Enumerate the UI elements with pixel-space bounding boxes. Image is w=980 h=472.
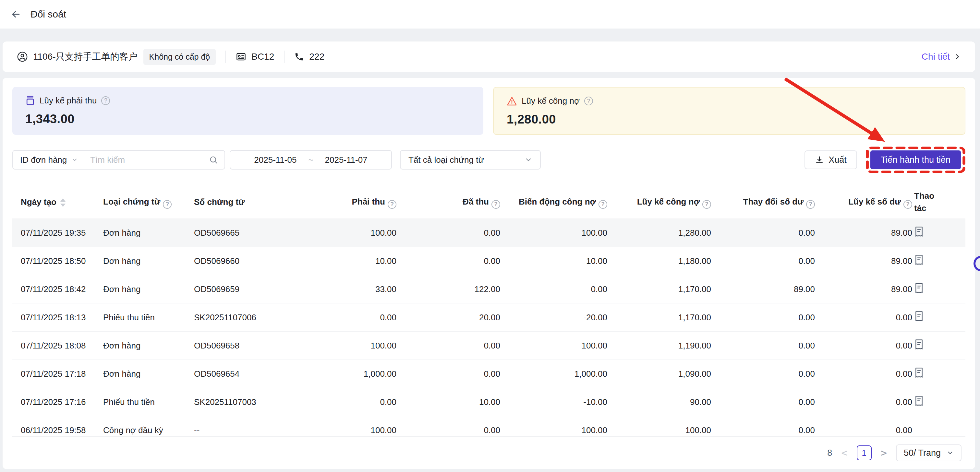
filter-row: ID đơn hàng 2025-11-05 ~ 2025-11-07 Tất … — [12, 147, 966, 173]
debt-label: Lũy kế công nợ — [522, 96, 580, 106]
cell-action — [914, 226, 944, 239]
receipt-icon[interactable] — [914, 311, 924, 322]
cell-debt_total: 1,170.00 — [609, 312, 713, 323]
table-row: 07/11/2025 18:13Phiếu thu tiềnSK20251107… — [12, 303, 966, 331]
cell-receivable: 0.00 — [291, 397, 398, 407]
column-label: Ngày tạo — [21, 197, 56, 207]
page-size-select[interactable]: 50/ Trang — [896, 444, 961, 461]
customer-code: BC12 — [251, 52, 274, 62]
top-bar: Đối soát — [0, 0, 980, 29]
receipt-icon[interactable] — [914, 367, 924, 378]
cell-date: 07/11/2025 17:18 — [12, 369, 103, 379]
cell-balance_total: 0.00 — [817, 341, 914, 351]
receipt-icon[interactable] — [914, 283, 924, 294]
cell-balance_change: 0.00 — [713, 228, 817, 238]
export-button[interactable]: Xuất — [805, 150, 857, 169]
cell-doc_no: OD5069654 — [194, 369, 291, 379]
search-input[interactable] — [84, 155, 209, 165]
cell-balance_change: 89.00 — [713, 284, 817, 295]
customer-phone: 222 — [309, 52, 325, 62]
warning-icon — [507, 96, 517, 106]
download-icon — [815, 155, 824, 164]
chevron-right-icon — [954, 53, 961, 60]
main-card: Lũy kế phải thu ? 1,343.00 Lũy kế công n… — [3, 78, 975, 469]
cell-balance_change: 0.00 — [713, 312, 817, 323]
cell-type: Đơn hàng — [103, 256, 194, 266]
date-to: 2025-11-07 — [325, 155, 368, 165]
column-label: Đã thu — [463, 197, 489, 206]
pagination: 8 < 1 > 50/ Trang — [12, 436, 966, 469]
phone-icon — [294, 52, 304, 62]
search-type-select[interactable]: ID đơn hàng — [13, 155, 84, 165]
cell-action — [914, 311, 944, 324]
cell-balance_change: 0.00 — [713, 397, 817, 407]
back-arrow-icon[interactable] — [10, 9, 21, 20]
column-label: Lũy kế số dư — [848, 197, 901, 206]
total-count: 8 — [827, 448, 832, 458]
receipt-icon[interactable] — [914, 339, 924, 350]
customer-card: 1106-只支持手工单的客户 Không có cấp độ BC12 222 … — [3, 41, 975, 72]
receipt-icon[interactable] — [914, 255, 924, 266]
current-page[interactable]: 1 — [857, 445, 872, 460]
cell-doc_no: OD5069665 — [194, 228, 291, 238]
search-icon[interactable] — [209, 155, 218, 164]
help-icon: ? — [904, 200, 912, 209]
cell-debt_total: 100.00 — [609, 425, 713, 436]
column-header-debt_change: Biến động công nợ? — [502, 196, 609, 209]
customer-info: 1106-只支持手工单的客户 Không có cấp độ BC12 222 — [17, 49, 325, 65]
cell-date: 07/11/2025 18:08 — [12, 341, 103, 351]
help-icon: ? — [584, 97, 593, 105]
detail-link[interactable]: Chi tiết — [922, 52, 961, 62]
cell-balance_total: 0.00 — [817, 425, 914, 436]
column-header-type: Loại chứng từ? — [103, 196, 194, 209]
cell-debt_change: 0.00 — [502, 284, 609, 295]
column-header-date[interactable]: Ngày tạo — [12, 196, 103, 208]
cell-doc_no: OD5069660 — [194, 256, 291, 266]
column-header-debt_total: Lũy kế công nợ? — [609, 196, 713, 209]
chevron-down-icon — [947, 449, 954, 456]
date-range-picker[interactable]: 2025-11-05 ~ 2025-11-07 — [230, 150, 392, 169]
cell-receivable: 100.00 — [291, 341, 398, 351]
column-header-receivable: Phải thu? — [291, 196, 398, 209]
cell-date: 07/11/2025 18:42 — [12, 284, 103, 295]
column-label: Số chứng từ — [194, 197, 245, 207]
cell-balance_total: 0.00 — [817, 312, 914, 323]
cell-type: Đơn hàng — [103, 341, 194, 351]
ledger-icon — [25, 95, 35, 106]
prev-page-icon[interactable]: < — [841, 448, 847, 458]
cell-doc_no: SK20251107003 — [194, 397, 291, 407]
sort-icon[interactable] — [60, 198, 65, 207]
receipt-icon[interactable] — [914, 226, 924, 237]
cell-debt_total: 1,190.00 — [609, 341, 713, 351]
cell-collected: 0.00 — [398, 425, 502, 436]
cell-action — [914, 367, 944, 380]
cell-collected: 0.00 — [398, 341, 502, 351]
divider — [284, 51, 285, 63]
receivable-summary-card: Lũy kế phải thu ? 1,343.00 — [12, 87, 484, 135]
help-icon: ? — [388, 200, 396, 209]
column-header-balance_total: Lũy kế số dư? — [817, 196, 914, 209]
search-type-value: ID đơn hàng — [20, 155, 67, 165]
next-page-icon[interactable]: > — [881, 448, 887, 458]
user-avatar-icon — [17, 51, 28, 62]
collect-payment-button[interactable]: Tiến hành thu tiền — [870, 150, 961, 169]
cell-action — [914, 255, 944, 268]
cell-doc_no: SK20251107006 — [194, 312, 291, 323]
export-label: Xuất — [829, 155, 847, 165]
cell-doc_no: -- — [194, 425, 291, 436]
table-header-row: Ngày tạoLoại chứng từ?Số chứng từPhải th… — [12, 186, 966, 219]
page-title: Đối soát — [30, 9, 66, 20]
cell-debt_total: 1,170.00 — [609, 284, 713, 295]
cell-type: Phiếu thu tiền — [103, 397, 194, 407]
cell-date: 07/11/2025 17:16 — [12, 397, 103, 407]
column-label: Biến động công nợ — [519, 197, 596, 206]
column-header-action: Thao tác — [914, 190, 944, 214]
cell-balance_total: 89.00 — [817, 228, 914, 238]
table-body: 07/11/2025 19:35Đơn hàngOD5069665100.000… — [12, 219, 966, 444]
cell-debt_change: -20.00 — [502, 312, 609, 323]
receipt-icon[interactable] — [914, 396, 924, 407]
customer-name: 1106-只支持手工单的客户 — [33, 51, 138, 63]
cell-balance_change: 0.00 — [713, 341, 817, 351]
table-row: 07/11/2025 18:42Đơn hàngOD506965933.0012… — [12, 275, 966, 303]
doc-type-select[interactable]: Tất cả loại chứng từ — [400, 150, 541, 169]
